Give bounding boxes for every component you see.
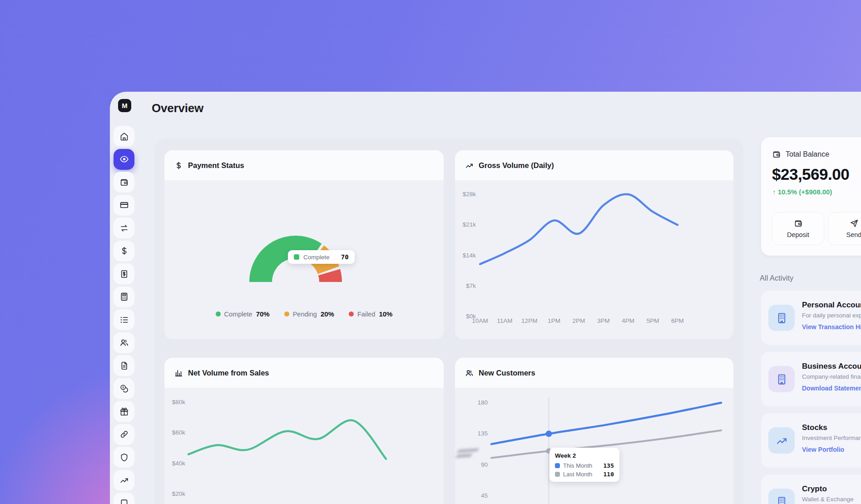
card-header: New Customers — [455, 358, 733, 388]
x-axis-tick: 3PM — [590, 317, 617, 324]
sidebar-item-document[interactable] — [114, 355, 134, 376]
y-axis-tick: $14k — [455, 252, 476, 259]
activity-description: Investment Performance — [802, 435, 861, 441]
home-icon — [119, 132, 129, 141]
calculator-icon — [119, 292, 129, 301]
sidebar-item-gift[interactable] — [114, 401, 134, 422]
activity-card-personal-account[interactable]: Personal AccountFor daily personal expen… — [761, 291, 861, 345]
activity-card-stocks[interactable]: StocksInvestment PerformanceView Portfol… — [761, 413, 861, 468]
card-header: Gross Volume (Daily) — [455, 150, 733, 180]
bar-chart-icon — [174, 369, 183, 377]
users-icon — [465, 369, 474, 377]
sidebar-item-coins[interactable] — [114, 378, 134, 399]
card-title: New Customers — [479, 369, 535, 377]
sidebar-item-invoice[interactable] — [114, 263, 134, 284]
legend-swatch — [555, 472, 560, 477]
activity-card-business-account[interactable]: Business AccountCompany-related finances… — [761, 352, 861, 406]
users-icon — [465, 369, 474, 377]
action-label: Send — [846, 231, 861, 238]
sidebar-item-link[interactable] — [114, 424, 134, 445]
y-axis-tick: $28k — [455, 191, 476, 198]
card-title: Net Volume from Sales — [188, 369, 269, 377]
sidebar-item-dollar[interactable] — [114, 241, 134, 262]
sidebar-item-tablet[interactable] — [114, 493, 134, 504]
activity-title: Business Account — [802, 362, 861, 371]
y-axis-tick: $60k — [164, 429, 185, 436]
building-icon — [776, 373, 788, 385]
list-icon — [119, 315, 129, 325]
gauge-legend: Complete70%Pending20%Failed10% — [164, 310, 444, 318]
sidebar-item-calculator[interactable] — [114, 287, 134, 307]
legend-value: 10% — [379, 310, 392, 318]
tooltip-value: 70 — [341, 253, 349, 261]
legend-swatch — [294, 254, 299, 260]
y-axis-tick: $40k — [164, 460, 185, 467]
activity-icon-tile — [768, 366, 795, 392]
series-line — [188, 420, 386, 459]
x-axis-tick: 1PM — [540, 317, 568, 324]
week-tooltip: Week 2 This Month 135 Last Month 110 — [549, 448, 619, 482]
balance-label: Total Balance — [786, 150, 829, 158]
tooltip-row: This Month 135 — [555, 462, 614, 469]
x-axis-tick: 4PM — [614, 317, 642, 324]
building-icon — [776, 312, 788, 324]
balance-change: ↑ 10.5% (+$908.00) — [772, 188, 832, 196]
sidebar-item-list[interactable] — [114, 309, 134, 330]
legend-item-pending: Pending20% — [284, 310, 334, 318]
tooltip-label: Last Month — [563, 471, 592, 478]
activity-description: For daily personal expenses — [802, 312, 861, 319]
sidebar-item-home[interactable] — [114, 126, 134, 147]
tooltip-value: 135 — [604, 462, 614, 469]
sidebar-item-credit-card[interactable] — [114, 195, 134, 216]
y-axis-tick: 180 — [455, 399, 488, 406]
app-window: M Overview Payment Status Complete 70 Co… — [110, 92, 861, 504]
wallet-icon — [772, 150, 781, 159]
net-volume-card: Net Volume from Sales $80k$60k$40k$20k — [164, 358, 444, 504]
sidebar-item-wallet[interactable] — [114, 172, 134, 193]
total-balance-card: Total Balance $23,569.00 ↑ 10.5% (+$908.… — [761, 137, 861, 256]
bar-chart-icon — [174, 369, 183, 377]
y-axis-tick: $80k — [164, 399, 185, 405]
x-axis-tick: 12PM — [516, 317, 543, 324]
y-axis-tick: 135 — [455, 430, 488, 437]
sidebar-item-transfer-arrows[interactable] — [114, 217, 134, 238]
sidebar-item-shield[interactable] — [114, 447, 134, 468]
tooltip-row: Last Month 110 — [555, 471, 614, 478]
activity-link[interactable]: View Transaction History — [802, 323, 861, 331]
wallet-icon — [772, 150, 781, 159]
card-title: Gross Volume (Daily) — [479, 161, 554, 170]
x-axis-tick: 10AM — [466, 317, 494, 324]
activity-link[interactable]: View Portfolio — [802, 446, 844, 453]
new-customers-card: New Customers Week 2 This Month 135 Last… — [455, 358, 733, 504]
tooltip-label: Complete — [303, 254, 330, 261]
y-axis-tick: $7k — [455, 282, 476, 289]
balance-amount: $23,569.00 — [772, 165, 849, 183]
payment-status-card: Payment Status Complete 70 Complete70%Pe… — [164, 150, 444, 339]
legend-label: Complete — [224, 311, 252, 318]
deposit-button[interactable]: Deposit — [772, 212, 824, 245]
users-icon — [119, 338, 129, 347]
sidebar-item-eye[interactable] — [114, 149, 134, 170]
activity-description: Company-related finances — [802, 373, 861, 380]
gift-icon — [119, 407, 129, 416]
y-axis-tick: 45 — [455, 492, 488, 499]
coins-icon — [119, 384, 129, 393]
gauge-tooltip: Complete 70 — [288, 250, 355, 264]
data-point-marker[interactable] — [546, 430, 552, 437]
action-label: Deposit — [787, 231, 809, 238]
activity-link[interactable]: Download Statements — [802, 385, 861, 392]
trending-up-icon — [119, 475, 129, 485]
eye-icon — [119, 154, 129, 164]
credit-card-icon — [119, 200, 129, 210]
sidebar-item-trending-up[interactable] — [114, 470, 134, 491]
tablet-icon — [119, 499, 129, 504]
y-axis-tick: $21k — [455, 221, 476, 228]
legend-value: 70% — [256, 310, 270, 318]
sidebar-item-users[interactable] — [114, 332, 134, 353]
activity-card-crypto[interactable]: CryptoWallet & Exchange — [761, 474, 861, 504]
tooltip-title: Week 2 — [555, 452, 614, 459]
send-button[interactable]: Send — [828, 212, 861, 245]
page-title: Overview — [152, 101, 203, 115]
card-title: Payment Status — [188, 161, 244, 170]
activity-icon-tile — [768, 489, 795, 504]
